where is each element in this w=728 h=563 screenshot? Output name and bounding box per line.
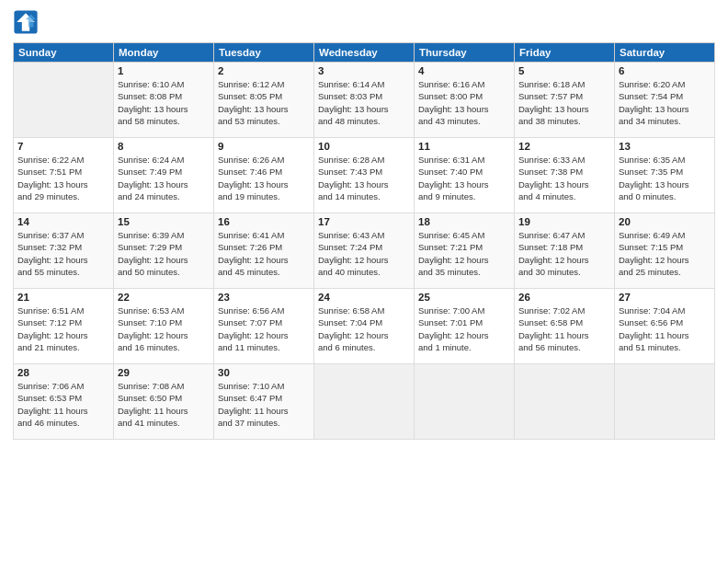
day-cell: 4Sunrise: 6:16 AM Sunset: 8:00 PM Daylig…: [415, 63, 515, 138]
day-cell: 22Sunrise: 6:53 AM Sunset: 7:10 PM Dayli…: [114, 289, 214, 364]
day-number: 23: [218, 292, 310, 303]
day-number: 8: [118, 141, 210, 152]
day-cell: 10Sunrise: 6:28 AM Sunset: 7:43 PM Dayli…: [314, 138, 415, 213]
day-cell: 19Sunrise: 6:47 AM Sunset: 7:18 PM Dayli…: [515, 213, 615, 289]
day-detail: Sunrise: 7:02 AM Sunset: 6:58 PM Dayligh…: [518, 304, 610, 353]
day-cell: 14Sunrise: 6:37 AM Sunset: 7:32 PM Dayli…: [14, 213, 114, 289]
day-number: 7: [17, 141, 109, 152]
day-number: 28: [17, 367, 109, 378]
day-detail: Sunrise: 6:18 AM Sunset: 7:57 PM Dayligh…: [518, 78, 610, 127]
day-cell: [615, 364, 715, 440]
day-number: 15: [118, 216, 210, 227]
day-detail: Sunrise: 6:41 AM Sunset: 7:26 PM Dayligh…: [218, 229, 310, 278]
col-header-saturday: Saturday: [615, 43, 715, 63]
day-cell: 16Sunrise: 6:41 AM Sunset: 7:26 PM Dayli…: [214, 213, 314, 289]
day-number: 13: [619, 141, 711, 152]
week-row-3: 14Sunrise: 6:37 AM Sunset: 7:32 PM Dayli…: [14, 213, 715, 289]
day-cell: 1Sunrise: 6:10 AM Sunset: 8:08 PM Daylig…: [114, 63, 214, 138]
day-detail: Sunrise: 6:26 AM Sunset: 7:46 PM Dayligh…: [218, 154, 310, 202]
col-header-friday: Friday: [515, 43, 615, 63]
header: [13, 9, 715, 35]
day-detail: Sunrise: 6:22 AM Sunset: 7:51 PM Dayligh…: [17, 154, 109, 202]
day-detail: Sunrise: 6:58 AM Sunset: 7:04 PM Dayligh…: [318, 304, 410, 353]
day-cell: 23Sunrise: 6:56 AM Sunset: 7:07 PM Dayli…: [214, 289, 314, 364]
day-cell: 26Sunrise: 7:02 AM Sunset: 6:58 PM Dayli…: [515, 289, 615, 364]
day-cell: 7Sunrise: 6:22 AM Sunset: 7:51 PM Daylig…: [14, 138, 114, 213]
day-number: 29: [118, 367, 210, 378]
week-row-2: 7Sunrise: 6:22 AM Sunset: 7:51 PM Daylig…: [14, 138, 715, 213]
day-number: 14: [17, 216, 109, 227]
day-cell: 20Sunrise: 6:49 AM Sunset: 7:15 PM Dayli…: [615, 213, 715, 289]
logo: [13, 9, 42, 35]
day-detail: Sunrise: 6:43 AM Sunset: 7:24 PM Dayligh…: [318, 229, 410, 278]
day-number: 25: [418, 292, 510, 303]
logo-icon: [13, 9, 39, 35]
day-cell: [14, 63, 114, 138]
day-detail: Sunrise: 7:10 AM Sunset: 6:47 PM Dayligh…: [218, 380, 310, 429]
day-detail: Sunrise: 7:06 AM Sunset: 6:53 PM Dayligh…: [17, 380, 109, 429]
day-detail: Sunrise: 7:00 AM Sunset: 7:01 PM Dayligh…: [418, 304, 510, 353]
day-cell: 27Sunrise: 7:04 AM Sunset: 6:56 PM Dayli…: [615, 289, 715, 364]
day-cell: 28Sunrise: 7:06 AM Sunset: 6:53 PM Dayli…: [14, 364, 114, 440]
day-number: 16: [218, 216, 310, 227]
day-cell: 17Sunrise: 6:43 AM Sunset: 7:24 PM Dayli…: [314, 213, 415, 289]
day-cell: 2Sunrise: 6:12 AM Sunset: 8:05 PM Daylig…: [214, 63, 314, 138]
calendar-page: SundayMondayTuesdayWednesdayThursdayFrid…: [0, 0, 728, 563]
day-cell: 13Sunrise: 6:35 AM Sunset: 7:35 PM Dayli…: [615, 138, 715, 213]
day-cell: 11Sunrise: 6:31 AM Sunset: 7:40 PM Dayli…: [415, 138, 515, 213]
day-number: 1: [118, 65, 210, 76]
col-header-wednesday: Wednesday: [314, 43, 415, 63]
day-detail: Sunrise: 6:49 AM Sunset: 7:15 PM Dayligh…: [619, 229, 711, 278]
day-number: 3: [318, 65, 410, 76]
day-detail: Sunrise: 6:20 AM Sunset: 7:54 PM Dayligh…: [619, 78, 711, 127]
day-detail: Sunrise: 7:08 AM Sunset: 6:50 PM Dayligh…: [118, 380, 210, 429]
day-detail: Sunrise: 6:56 AM Sunset: 7:07 PM Dayligh…: [218, 304, 310, 353]
day-number: 26: [518, 292, 610, 303]
day-detail: Sunrise: 7:04 AM Sunset: 6:56 PM Dayligh…: [619, 304, 711, 353]
day-number: 21: [17, 292, 109, 303]
day-cell: 5Sunrise: 6:18 AM Sunset: 7:57 PM Daylig…: [515, 63, 615, 138]
day-detail: Sunrise: 6:14 AM Sunset: 8:03 PM Dayligh…: [318, 78, 410, 127]
day-cell: 21Sunrise: 6:51 AM Sunset: 7:12 PM Dayli…: [14, 289, 114, 364]
day-number: 22: [118, 292, 210, 303]
day-detail: Sunrise: 6:28 AM Sunset: 7:43 PM Dayligh…: [318, 154, 410, 202]
day-number: 4: [418, 65, 510, 76]
col-header-tuesday: Tuesday: [214, 43, 314, 63]
calendar-table: SundayMondayTuesdayWednesdayThursdayFrid…: [13, 42, 715, 440]
week-row-5: 28Sunrise: 7:06 AM Sunset: 6:53 PM Dayli…: [14, 364, 715, 440]
day-number: 10: [318, 141, 410, 152]
day-cell: 8Sunrise: 6:24 AM Sunset: 7:49 PM Daylig…: [114, 138, 214, 213]
day-cell: [515, 364, 615, 440]
col-header-sunday: Sunday: [14, 43, 114, 63]
day-number: 19: [518, 216, 610, 227]
day-cell: 3Sunrise: 6:14 AM Sunset: 8:03 PM Daylig…: [314, 63, 415, 138]
day-cell: 18Sunrise: 6:45 AM Sunset: 7:21 PM Dayli…: [415, 213, 515, 289]
day-cell: 6Sunrise: 6:20 AM Sunset: 7:54 PM Daylig…: [615, 63, 715, 138]
day-number: 12: [518, 141, 610, 152]
day-number: 6: [619, 65, 711, 76]
day-number: 9: [218, 141, 310, 152]
col-header-monday: Monday: [114, 43, 214, 63]
day-number: 30: [218, 367, 310, 378]
day-cell: [314, 364, 415, 440]
day-detail: Sunrise: 6:53 AM Sunset: 7:10 PM Dayligh…: [118, 304, 210, 353]
day-number: 17: [318, 216, 410, 227]
day-cell: 24Sunrise: 6:58 AM Sunset: 7:04 PM Dayli…: [314, 289, 415, 364]
header-row: SundayMondayTuesdayWednesdayThursdayFrid…: [14, 43, 715, 63]
day-number: 20: [619, 216, 711, 227]
day-detail: Sunrise: 6:31 AM Sunset: 7:40 PM Dayligh…: [418, 154, 510, 202]
day-number: 24: [318, 292, 410, 303]
day-detail: Sunrise: 6:47 AM Sunset: 7:18 PM Dayligh…: [518, 229, 610, 278]
day-detail: Sunrise: 6:37 AM Sunset: 7:32 PM Dayligh…: [17, 229, 109, 278]
day-number: 11: [418, 141, 510, 152]
day-detail: Sunrise: 6:39 AM Sunset: 7:29 PM Dayligh…: [118, 229, 210, 278]
day-number: 2: [218, 65, 310, 76]
day-cell: 30Sunrise: 7:10 AM Sunset: 6:47 PM Dayli…: [214, 364, 314, 440]
day-detail: Sunrise: 6:10 AM Sunset: 8:08 PM Dayligh…: [118, 78, 210, 127]
day-cell: 12Sunrise: 6:33 AM Sunset: 7:38 PM Dayli…: [515, 138, 615, 213]
day-cell: 25Sunrise: 7:00 AM Sunset: 7:01 PM Dayli…: [415, 289, 515, 364]
day-detail: Sunrise: 6:16 AM Sunset: 8:00 PM Dayligh…: [418, 78, 510, 127]
day-detail: Sunrise: 6:51 AM Sunset: 7:12 PM Dayligh…: [17, 304, 109, 353]
day-cell: [415, 364, 515, 440]
day-detail: Sunrise: 6:24 AM Sunset: 7:49 PM Dayligh…: [118, 154, 210, 202]
